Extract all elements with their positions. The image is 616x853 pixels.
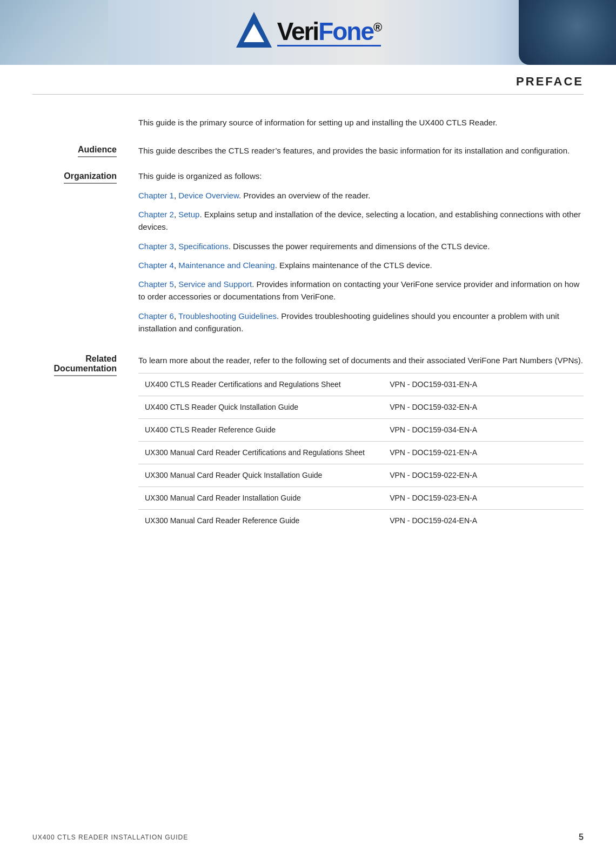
audience-label: Audience — [78, 145, 117, 154]
header-banner: VeriFone® — [0, 0, 616, 65]
organization-label: Organization — [64, 171, 117, 181]
chapter-3-para: Chapter 3, Specifications. Discusses the… — [138, 240, 584, 252]
related-intro: To learn more about the reader, refer to… — [138, 354, 584, 366]
organization-content: This guide is organized as follows: Chap… — [130, 170, 584, 341]
table-row: UX300 Manual Card Reader Installation Gu… — [138, 487, 584, 510]
doc-title-5: UX300 Manual Card Reader Quick Installat… — [138, 464, 383, 487]
chapter-2-link2[interactable]: Setup — [178, 210, 199, 219]
doc-title-6: UX300 Manual Card Reader Installation Gu… — [138, 487, 383, 510]
logo-registered: ® — [373, 20, 381, 34]
chapter-6-para: Chapter 6, Troubleshooting Guidelines. P… — [138, 310, 584, 335]
doc-title-1: UX400 CTLS Reader Certifications and Reg… — [138, 374, 383, 396]
table-row: UX300 Manual Card Reader Quick Installat… — [138, 464, 584, 487]
doc-vpn-4: VPN - DOC159-021-EN-A — [383, 442, 584, 464]
audience-section: Audience This guide describes the CTLS r… — [32, 145, 584, 157]
chapter-5-para: Chapter 5, Service and Support. Provides… — [138, 278, 584, 303]
table-row: UX300 Manual Card Reader Certifications … — [138, 442, 584, 464]
verifone-triangle-icon — [235, 11, 273, 54]
header-left-decor — [0, 0, 108, 65]
intro-text: This guide is the primary source of info… — [130, 116, 584, 129]
chapter-3-link1[interactable]: Chapter 3 — [138, 242, 174, 251]
chapter-1-link2[interactable]: Device Overview — [178, 191, 239, 200]
doc-title-4: UX300 Manual Card Reader Certifications … — [138, 442, 383, 464]
chapter-6-link2[interactable]: Troubleshooting Guidelines — [178, 311, 277, 321]
footer-title: UX400 CTLS Reader Installation Guide — [32, 834, 188, 841]
footer: UX400 CTLS Reader Installation Guide 5 — [0, 832, 616, 842]
intro-row: This guide is the primary source of info… — [32, 116, 584, 129]
organization-intro: This guide is organized as follows: — [138, 170, 584, 183]
chapter-2-para: Chapter 2, Setup. Explains setup and ins… — [138, 208, 584, 234]
doc-vpn-2: VPN - DOC159-032-EN-A — [383, 396, 584, 419]
logo-fone: Fone — [318, 17, 373, 45]
organization-section: Organization This guide is organized as … — [32, 170, 584, 341]
audience-label-container: Audience — [32, 145, 130, 157]
doc-title-2: UX400 CTLS Reader Quick Installation Gui… — [138, 396, 383, 419]
logo-veri: Veri — [277, 17, 318, 45]
table-row: UX400 CTLS Reader Quick Installation Gui… — [138, 396, 584, 419]
organization-label-container: Organization — [32, 170, 130, 184]
chapter-1-link1[interactable]: Chapter 1 — [138, 191, 174, 200]
chapter-5-link1[interactable]: Chapter 5 — [138, 279, 174, 289]
preface-title: Preface — [516, 75, 584, 88]
doc-vpn-6: VPN - DOC159-023-EN-A — [383, 487, 584, 510]
doc-vpn-5: VPN - DOC159-022-EN-A — [383, 464, 584, 487]
chapter-1-para: Chapter 1, Device Overview. Provides an … — [138, 189, 584, 202]
related-label-inner: Related Documentation — [54, 354, 117, 376]
related-label-container: Related Documentation — [32, 354, 130, 376]
table-row: UX400 CTLS Reader Reference Guide VPN - … — [138, 419, 584, 442]
footer-page: 5 — [579, 832, 584, 842]
header-right-decor — [519, 0, 616, 65]
header-logo: VeriFone® — [235, 11, 381, 54]
doc-vpn-3: VPN - DOC159-034-EN-A — [383, 419, 584, 442]
related-label-line1: Related — [54, 354, 117, 364]
chapter-4-para: Chapter 4, Maintenance and Cleaning. Exp… — [138, 259, 584, 271]
logo-text-block: VeriFone® — [277, 19, 381, 46]
related-content: To learn more about the reader, refer to… — [130, 354, 584, 532]
chapter-4-link2[interactable]: Maintenance and Cleaning — [178, 261, 274, 270]
chapter-3-link2[interactable]: Specifications — [178, 242, 229, 251]
doc-title-3: UX400 CTLS Reader Reference Guide — [138, 419, 383, 442]
chapter-6-link1[interactable]: Chapter 6 — [138, 311, 174, 321]
preface-header: Preface — [0, 65, 616, 94]
audience-content: This guide describes the CTLS reader’s f… — [130, 145, 584, 157]
doc-vpn-7: VPN - DOC159-024-EN-A — [383, 510, 584, 532]
chapter-4-link1[interactable]: Chapter 4 — [138, 261, 174, 270]
related-label-line2: Documentation — [54, 364, 117, 374]
chapter-2-link1[interactable]: Chapter 2 — [138, 210, 174, 219]
table-row: UX300 Manual Card Reader Reference Guide… — [138, 510, 584, 532]
docs-table: UX400 CTLS Reader Certifications and Reg… — [138, 373, 584, 532]
related-section: Related Documentation To learn more abou… — [32, 354, 584, 532]
chapter-5-link2[interactable]: Service and Support — [178, 279, 252, 289]
doc-title-7: UX300 Manual Card Reader Reference Guide — [138, 510, 383, 532]
main-content: This guide is the primary source of info… — [0, 105, 616, 567]
doc-vpn-1: VPN - DOC159-031-EN-A — [383, 374, 584, 396]
intro-spacer — [32, 116, 130, 129]
table-row: UX400 CTLS Reader Certifications and Reg… — [138, 374, 584, 396]
